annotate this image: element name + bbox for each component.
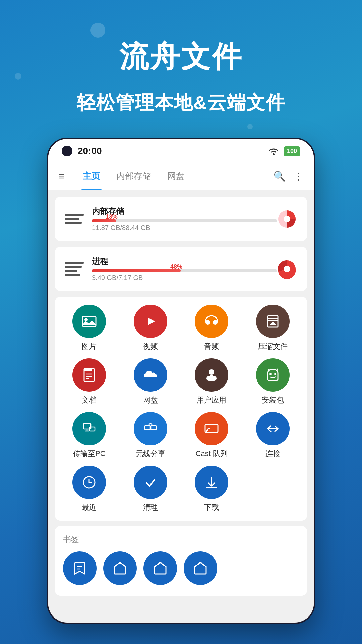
svg-rect-21 — [210, 375, 213, 377]
bookmark-item-2[interactable] — [143, 551, 177, 588]
photos-label: 图片 — [82, 341, 97, 352]
header-section: 流舟文件 轻松管理本地&云端文件 — [0, 0, 362, 116]
storage-name: 内部存储 — [92, 206, 277, 217]
process-name: 进程 — [92, 256, 277, 267]
storage-icon — [65, 211, 84, 227]
svg-marker-7 — [148, 318, 155, 325]
clean-label: 清理 — [143, 502, 158, 513]
svg-rect-10 — [268, 316, 278, 327]
icon-cloud[interactable]: 网盘 — [122, 358, 180, 405]
nav-tabs: ≡ 主页 内部存储 网盘 🔍 ⋮ — [48, 163, 314, 190]
battery-icon: 100 — [284, 146, 300, 156]
icon-photos[interactable]: 图片 — [60, 305, 118, 352]
svg-point-8 — [205, 320, 210, 325]
transfer-pc-label: 传输至PC — [73, 449, 106, 459]
internal-progress-fill: 13% — [92, 219, 116, 222]
svg-point-22 — [269, 373, 272, 375]
video-circle — [134, 305, 167, 338]
icon-audio[interactable]: 音频 — [183, 305, 241, 352]
icons-grid: 图片 视频 音频 — [60, 305, 302, 513]
svg-point-19 — [209, 369, 214, 375]
process-card[interactable]: 进程 48% 3.49 GB/7.17 GB — [55, 247, 307, 291]
archive-label: 压缩文件 — [258, 341, 288, 352]
tab-home[interactable]: 主页 — [75, 163, 108, 190]
status-right: 100 — [267, 146, 300, 156]
connect-label: 连接 — [265, 449, 280, 459]
bookmark-circle-2 — [143, 551, 177, 585]
bookmarks-grid — [63, 551, 299, 588]
more-icon[interactable]: ⋮ — [294, 170, 304, 182]
svg-point-2 — [284, 216, 290, 222]
wireless-circle — [134, 412, 167, 445]
process-icon — [65, 261, 84, 277]
icon-wireless[interactable]: 无线分享 — [122, 412, 180, 459]
icon-user-apps[interactable]: 用户应用 — [183, 358, 241, 405]
app-title: 流舟文件 — [0, 37, 362, 77]
bookmark-circle-1 — [103, 551, 137, 585]
svg-point-9 — [213, 320, 218, 325]
icon-connect[interactable]: 连接 — [244, 412, 302, 459]
clean-circle — [134, 466, 167, 499]
recent-label: 最近 — [82, 502, 97, 513]
bookmarks-title: 书签 — [63, 534, 299, 545]
icon-archive[interactable]: 压缩文件 — [244, 305, 302, 352]
cloud-circle — [134, 358, 167, 392]
icon-cast[interactable]: Cast 队列 — [183, 412, 241, 459]
bookmarks-card: 书签 — [55, 526, 307, 596]
wifi-icon — [267, 146, 280, 156]
wireless-label: 无线分享 — [136, 449, 165, 459]
status-time: 20:00 — [78, 146, 102, 156]
process-progress-container: 48% — [92, 269, 277, 272]
internal-storage-card[interactable]: 内部存储 13% 11.87 GB/88.44 GB — [55, 197, 307, 241]
camera-hole — [62, 146, 72, 156]
bookmark-circle-0 — [63, 551, 97, 585]
cast-label: Cast 队列 — [196, 449, 228, 459]
icon-placeholder — [244, 466, 302, 513]
main-content: 内部存储 13% 11.87 GB/88.44 GB — [48, 190, 314, 608]
recent-circle — [72, 466, 106, 499]
icons-card: 图片 视频 音频 — [55, 297, 307, 521]
bookmark-item-1[interactable] — [103, 551, 137, 588]
status-bar: 20:00 100 — [48, 139, 314, 163]
icon-transfer-pc[interactable]: 传输至PC — [60, 412, 118, 459]
process-progress-fill: 48% — [92, 269, 181, 272]
download-label: 下载 — [204, 502, 219, 513]
svg-point-6 — [84, 318, 88, 321]
search-icon[interactable]: 🔍 — [273, 170, 286, 182]
connect-circle — [256, 412, 290, 445]
svg-rect-20 — [206, 376, 217, 381]
video-label: 视频 — [143, 341, 158, 352]
tab-internal-storage[interactable]: 内部存储 — [108, 163, 159, 190]
icon-recent[interactable]: 最近 — [60, 466, 118, 513]
process-percent-label: 48% — [170, 263, 182, 270]
phone-screen: 20:00 100 ≡ 主页 内部存储 — [48, 139, 314, 623]
icon-video[interactable]: 视频 — [122, 305, 180, 352]
process-pie-chart — [277, 259, 297, 279]
audio-circle — [195, 305, 228, 338]
apk-label: 安装包 — [262, 395, 284, 405]
bookmark-item-0[interactable] — [63, 551, 97, 588]
apk-circle — [256, 358, 290, 392]
docs-label: 文档 — [82, 395, 97, 405]
audio-label: 音频 — [204, 341, 219, 352]
svg-line-25 — [277, 369, 278, 371]
svg-point-33 — [205, 431, 207, 433]
icon-download[interactable]: 下载 — [183, 466, 241, 513]
bookmark-item-3[interactable] — [184, 551, 217, 588]
status-left: 20:00 — [62, 146, 102, 156]
icon-docs[interactable]: 文档 — [60, 358, 118, 405]
storage-info: 内部存储 13% 11.87 GB/88.44 GB — [92, 206, 277, 232]
hamburger-menu[interactable]: ≡ — [58, 170, 65, 182]
archive-circle — [256, 305, 290, 338]
docs-circle — [72, 358, 106, 392]
photos-circle — [72, 305, 106, 338]
transfer-pc-circle — [72, 412, 106, 445]
internal-size: 11.87 GB/88.44 GB — [92, 224, 277, 232]
download-circle — [195, 466, 228, 499]
svg-line-24 — [268, 369, 269, 371]
tab-cloud[interactable]: 网盘 — [159, 163, 193, 190]
icon-clean[interactable]: 清理 — [122, 466, 180, 513]
icon-apk[interactable]: 安装包 — [244, 358, 302, 405]
cast-circle — [195, 412, 228, 445]
svg-rect-5 — [82, 316, 96, 326]
